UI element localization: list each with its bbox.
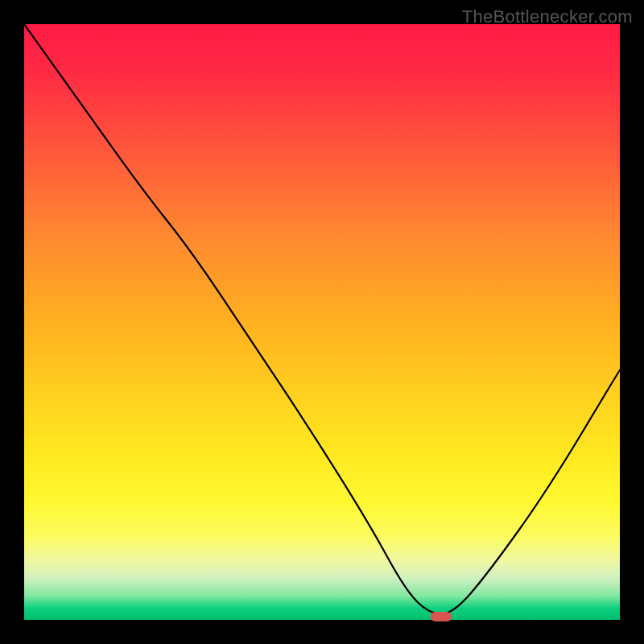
bottleneck-curve <box>24 24 620 620</box>
watermark-text: TheBottlenecker.com <box>462 6 633 27</box>
optimal-point-marker <box>431 612 452 621</box>
